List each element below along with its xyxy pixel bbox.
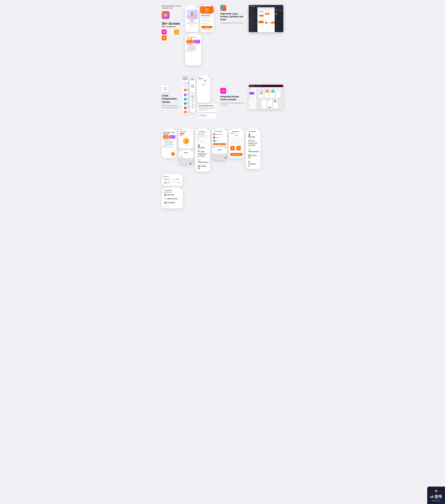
status-bar: Result xyxy=(179,128,193,130)
app-icon xyxy=(162,11,170,19)
back-icon[interactable]: ← xyxy=(197,131,198,133)
checklist-item-4: This is my spacing for m... xyxy=(186,49,200,50)
task-app-row: Gamil App Creating notifica 33% Gamil Ap… xyxy=(186,40,200,43)
checklist-item-1: Creating UI design syste xyxy=(186,45,200,46)
svg-text:Done: Done xyxy=(192,86,193,87)
member-search[interactable]: 🔍 Search Our member xyxy=(183,80,188,83)
search-input[interactable]: 🔍 ✕ xyxy=(180,154,192,156)
password-input[interactable] xyxy=(201,23,212,25)
task-card-1: Gamil App Creating notifica 33% xyxy=(186,40,193,43)
figma-window-title: Task UI App xyxy=(256,6,261,7)
keyboard-overlay[interactable]: QW ER TY UI OP AS DF GH JK L ⇧ xyxy=(179,158,193,165)
keyboard-overlay-2[interactable]: QW ER TY UI OP AS DF GH JK L ⇧ xyxy=(212,154,227,161)
hero-left-panel: High quality IPhone X Task Assigned UI K… xyxy=(162,5,182,41)
checklist-process-card: Checklist process Creating UI design sys… xyxy=(197,113,217,118)
svg-rect-1 xyxy=(164,87,165,89)
ct-simple-checklist[interactable]: ✅ Checklist › xyxy=(163,201,182,204)
status-bar: 9:41 ●●● xyxy=(229,128,244,130)
apply-button[interactable]: APPLY xyxy=(213,143,226,145)
section-components: Large Components Library All the importa… xyxy=(162,75,283,118)
figma-inspector: Inspect Fill xyxy=(275,7,283,32)
search-title: Search xyxy=(180,152,192,153)
ct-subtitle-1: Creating UI Task xyxy=(197,134,209,135)
done-button[interactable]: Done at 14.30 xyxy=(230,153,242,156)
status-bar: 9:41 ●●● xyxy=(162,128,177,130)
ct2-field-member[interactable]: 👤 Member › xyxy=(247,133,259,139)
avatar-1: M xyxy=(184,89,187,91)
no-result-state: 🧍 No have result please try again ! xyxy=(180,137,192,148)
field-attachments[interactable]: 📎 Attachments › xyxy=(197,158,209,164)
status-bar: 9:41 ●●● xyxy=(197,75,210,77)
minimize-dot xyxy=(252,6,253,7)
svg-rect-3 xyxy=(164,89,165,90)
watermark-sub: uil8.com xyxy=(430,499,442,502)
figma-canvas: Verified Forgot password You've got 18 t… xyxy=(257,7,275,32)
calendar-days-header: SM TW TF S xyxy=(198,82,209,82)
create-button[interactable]: + Create xyxy=(180,133,185,134)
choose-member-label: Choose member xyxy=(184,86,187,87)
ct-simple-member[interactable]: 👤 Member › xyxy=(163,193,182,197)
orange-header-bar xyxy=(200,6,214,14)
phone-dashboard: 9:41 ●●● Hello Matthews! You've got 18 t… xyxy=(185,33,201,66)
field-checklist[interactable]: ✅ Check list › xyxy=(197,164,209,170)
field-due-date[interactable]: 📅 Due August 16 at 14.30 › xyxy=(197,150,209,158)
section-screenshots: 9:41 ●●● Hello Matthews! 👋 You've got 18… xyxy=(162,128,283,209)
dot-2 xyxy=(192,26,192,27)
svg-text:37%: 37% xyxy=(192,86,193,86)
checklist-item-2: Flow task for update xyxy=(186,47,200,48)
calendar-stack: 9:41 ●●● Calendar 4 5 6 7 SM TW xyxy=(197,75,217,118)
checklist-title: Your checklist xyxy=(186,44,200,45)
member-date-stack: 9:41 ●●● ← Your member M Matthans Ngoyen xyxy=(212,128,227,161)
tool-icons-row: XD F S xyxy=(162,30,182,35)
ct-simple-attachments[interactable]: 📎 Attachments › xyxy=(163,197,182,200)
project-activity-title: Project activity xyxy=(191,95,194,97)
dash-greeting: Hello Matthews! 👋 xyxy=(163,131,175,132)
am-pm-picker[interactable]: PM AM xyxy=(241,147,242,149)
skip-btn[interactable]: Skip xyxy=(185,6,199,8)
job-sub: It is a long established fact that a rea… xyxy=(198,107,215,110)
refresh-icon[interactable]: ↻ xyxy=(207,131,209,133)
field-member[interactable]: 👤 Member › xyxy=(197,144,209,149)
ct2-field-due[interactable]: 📅 Due August 16 at 14.30 › xyxy=(247,139,259,147)
logo-circle xyxy=(205,8,209,12)
adobe-xd-preview: Task UI App Design Prototype Share Ap Se… xyxy=(249,85,283,109)
quality-label: High quality IPhone X Task Assigned UI K… xyxy=(162,5,182,9)
ct-header-1: ← Creating task ↻ xyxy=(197,131,209,133)
due-date-label: Due date xyxy=(230,133,242,134)
minimize-dot xyxy=(252,85,253,86)
notif-item-2: Nguyen Chien add with Checklist from thi… xyxy=(163,181,182,185)
phone-input[interactable] xyxy=(201,20,212,22)
member-header: Your member 🔍 Search Our member xyxy=(183,76,188,85)
status-bar: 9:41 ●●● xyxy=(212,128,227,130)
ct-simple-creating-ui[interactable]: ● Creating UI › xyxy=(163,205,182,207)
watermark: 🎨 ui 老爷 uil8.com xyxy=(427,486,445,504)
xd-section-sub: This UI Kit it full of amazing feature t… xyxy=(220,102,245,106)
date-picker-grid: 1 2 3 4 5 6 7 8 9 10 11 12 13 14 15 16 1 xyxy=(230,137,242,144)
member-item-4: J Josh Deer IOS Developer xyxy=(184,101,187,106)
figma-badge-icon: F xyxy=(168,30,173,35)
minute-picker[interactable]: 30 xyxy=(236,146,241,150)
hour-picker[interactable]: 14 xyxy=(230,146,235,150)
signup-link[interactable]: No have account? Sign up xyxy=(201,29,212,30)
ct2-field-checklist[interactable]: ✅ Check list › xyxy=(247,154,259,160)
fab-button[interactable]: + xyxy=(171,152,175,156)
calendar-grid: 1 2 3 4 5 3 4 5 6 7 8 9 xyxy=(198,83,209,86)
no-result-text: No have result please try again ! xyxy=(181,144,191,146)
section-hero: High quality IPhone X Task Assigned UI K… xyxy=(162,5,283,66)
dashboard-greeting: Hello Matthews! xyxy=(186,36,200,36)
member-item-2: J Juny Tran Flutter Developer xyxy=(184,92,187,97)
login-button[interactable]: LOGIN xyxy=(201,26,212,28)
ct2-field-creating-ui[interactable]: 🖥 Creating UI › xyxy=(247,160,259,168)
apply-button[interactable]: APPLY xyxy=(184,111,187,113)
screenshot-creating-task-1: 9:41 ●●● ← Creating task ↻ Creating UI T… xyxy=(195,128,210,172)
maximize-dot xyxy=(253,6,254,7)
welcome-title: Welcom back!!! xyxy=(201,15,212,16)
adobe-body: Design Prototype Share Ap Search Compone… xyxy=(249,87,283,109)
member-item-3: M Matrix Node Js xyxy=(184,97,187,101)
phone-welcome: 9:41 ●●● Welcom back!!! Welcome back to … xyxy=(200,5,214,32)
ct-title-1: Creating task xyxy=(198,131,205,132)
ct2-field-attachments[interactable]: 📎 Attachments › xyxy=(247,147,259,153)
avatar-3: M xyxy=(184,98,187,101)
close-dot xyxy=(250,85,251,86)
no-result-illustration: 🧍 xyxy=(183,138,189,144)
